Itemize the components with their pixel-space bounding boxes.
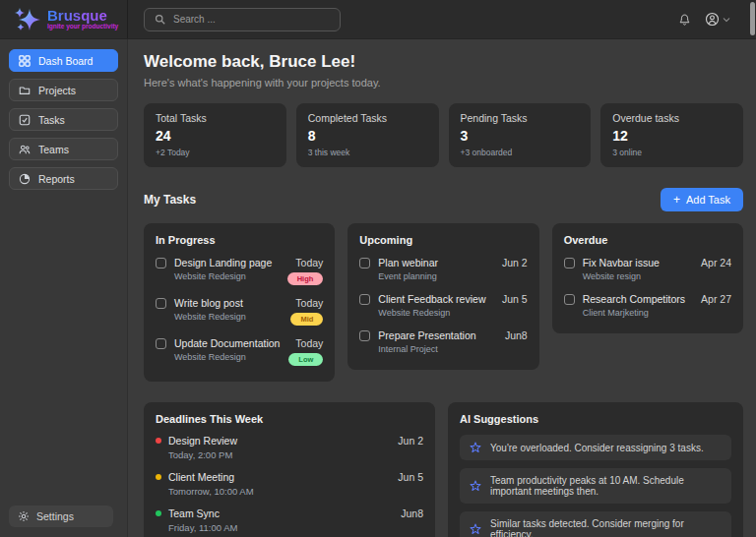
avatar-icon (705, 12, 720, 27)
page-title: Welcome back, Bruce Lee! (144, 52, 743, 72)
task-name: Update Documentation (174, 337, 281, 349)
task-checkbox[interactable] (359, 330, 370, 341)
brand-logo: Brusque Ignite your productivity (0, 0, 128, 38)
priority-badge: Mid (290, 313, 323, 326)
task-name: Write blog post (174, 297, 283, 309)
main-content: Welcome back, Bruce Lee! Here's what's h… (128, 39, 756, 537)
task-row: Update Documentation Website Redesign To… (156, 337, 323, 366)
task-name: Plan webinar (378, 257, 494, 268)
suggestion-row: You're overloaded. Consider reassigning … (460, 435, 731, 460)
column-title: Overdue (564, 234, 731, 246)
task-checkbox[interactable] (156, 258, 166, 268)
chevron-down-icon (723, 17, 730, 23)
task-column-overdue: Overdue Fix Navbar issue Website resign … (552, 223, 743, 333)
sidebar-item-label: Teams (38, 144, 69, 155)
sidebar-item-teams[interactable]: Teams (9, 138, 118, 160)
stat-value: 12 (612, 128, 731, 144)
task-checkbox[interactable] (156, 338, 166, 349)
add-task-label: Add Task (686, 194, 730, 206)
suggestion-row: Similar tasks detected. Consider merging… (460, 511, 731, 537)
sidebar-item-dashboard[interactable]: Dash Board (9, 49, 118, 72)
settings-button[interactable]: Settings (9, 506, 113, 527)
deadline-date: Jun8 (401, 507, 423, 519)
bell-icon[interactable] (678, 13, 691, 27)
stat-label: Overdue tasks (612, 112, 731, 124)
stat-card: Completed Tasks 8 3 this week (296, 103, 439, 167)
task-list: Design Landing page Website Redesign Tod… (156, 257, 323, 366)
task-checkbox[interactable] (359, 258, 370, 268)
scrollbar-thumb[interactable] (750, 2, 755, 35)
sidebar-item-reports[interactable]: Reports (9, 167, 118, 190)
stat-card: Pending Tasks 3 +3 onboarded (449, 103, 592, 167)
priority-badge: High (287, 272, 324, 285)
task-due-date: Today (295, 297, 323, 309)
task-due-date: Jun 2 (502, 257, 528, 268)
deadline-date: Jun 5 (398, 471, 423, 483)
task-name: Research Competitors (583, 293, 693, 305)
search-bar[interactable] (144, 8, 341, 31)
stat-card: Total Tasks 24 +2 Today (144, 103, 286, 167)
add-task-button[interactable]: + Add Task (661, 188, 743, 211)
sidebar-item-projects[interactable]: Projects (9, 79, 118, 101)
stat-subtext: +3 onboarded (461, 148, 580, 157)
task-list: Fix Navbar issue Website resign Apr 24 (564, 257, 731, 318)
deadline-time: Friday, 11:00 AM (168, 522, 394, 533)
status-dot (156, 510, 161, 516)
task-row: Design Landing page Website Redesign Tod… (156, 257, 323, 285)
suggestion-row: Team productivity peaks at 10 AM. Schedu… (460, 468, 731, 504)
search-input[interactable] (173, 14, 330, 25)
user-menu[interactable] (705, 12, 730, 27)
deadline-name: Team Sync (168, 507, 394, 519)
top-header: Brusque Ignite your productivity (0, 0, 756, 39)
stat-label: Completed Tasks (308, 112, 427, 124)
search-icon (155, 14, 165, 25)
column-title: In Progress (156, 234, 323, 246)
suggestion-text: You're overloaded. Consider reassigning … (490, 443, 704, 453)
task-project: Website Redesign (378, 308, 494, 318)
task-name: Design Landing page (174, 257, 280, 268)
stat-subtext: 3 this week (308, 148, 427, 157)
deadline-row: Client Meeting Tomorrow, 10:00 AM Jun 5 (156, 471, 423, 497)
ai-suggestions-title: AI Suggestions (460, 413, 731, 425)
task-column-in-progress: In Progress Design Landing page Website … (144, 223, 335, 382)
stat-subtext: +2 Today (156, 148, 275, 157)
priority-badge: Low (288, 353, 323, 366)
task-project: Internal Project (378, 344, 497, 354)
settings-label: Settings (36, 510, 74, 522)
deadline-time: Today, 2:00 PM (168, 449, 391, 460)
stat-label: Pending Tasks (461, 112, 580, 124)
deadlines-title: Deadlines This Week (156, 413, 423, 425)
task-checkbox[interactable] (156, 298, 166, 309)
status-dot (156, 474, 161, 480)
task-project: Website resign (583, 271, 693, 281)
sidebar-item-label: Reports (38, 173, 75, 185)
task-project: Website Redesign (174, 352, 281, 362)
task-checkbox[interactable] (564, 294, 575, 305)
deadline-row: Design Review Today, 2:00 PM Jun 2 (156, 435, 423, 460)
dashboard-grid-icon (19, 55, 31, 67)
task-due-date: Apr 24 (701, 257, 731, 268)
task-column-upcoming: Upcoming Plan webinar Event planning Jun… (347, 223, 538, 370)
sidebar-item-tasks[interactable]: Tasks (9, 108, 118, 131)
gear-icon (18, 510, 30, 522)
task-due-date: Today (295, 337, 323, 349)
task-columns: In Progress Design Landing page Website … (144, 223, 743, 382)
task-list: Plan webinar Event planning Jun 2 (359, 257, 527, 354)
task-due-date: Apr 27 (701, 293, 731, 305)
stat-card: Overdue tasks 12 3 online (600, 103, 743, 167)
suggestion-text: Team productivity peaks at 10 AM. Schedu… (490, 475, 722, 497)
task-name: Prepare Presentation (378, 329, 497, 341)
stat-value: 24 (156, 128, 275, 144)
task-checkbox[interactable] (564, 258, 575, 268)
brand-tagline: Ignite your productivity (47, 24, 118, 30)
task-checkbox[interactable] (359, 294, 370, 305)
suggestion-text: Similar tasks detected. Consider merging… (490, 518, 722, 537)
sidebar-item-label: Dash Board (38, 55, 93, 67)
task-check-icon (19, 114, 31, 126)
task-row: Research Competitors Client Marjketing A… (564, 293, 731, 318)
star-icon (470, 523, 481, 535)
people-icon (19, 144, 31, 155)
column-title: Upcoming (359, 234, 527, 246)
task-name: Client Feedback review (378, 293, 494, 305)
my-tasks-title: My Tasks (144, 193, 196, 207)
